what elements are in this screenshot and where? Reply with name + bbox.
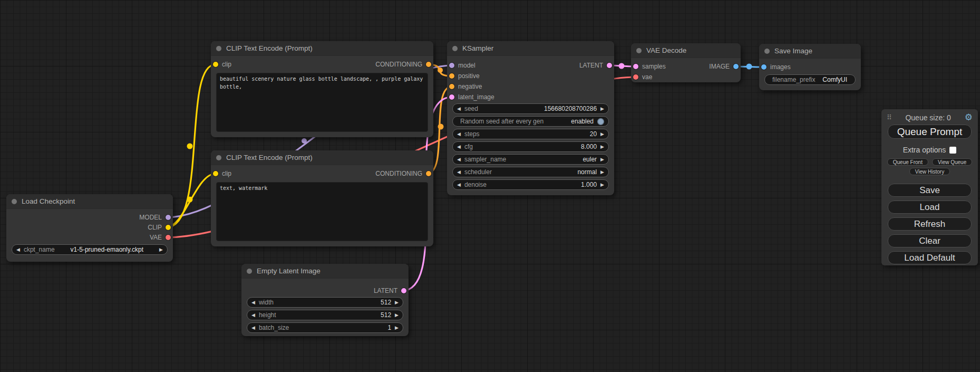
input-dot-samples[interactable] bbox=[633, 64, 638, 69]
widget-value[interactable]: 156680208700286 bbox=[544, 105, 597, 112]
right-arrow-icon[interactable]: ▶ bbox=[395, 326, 399, 330]
left-arrow-icon[interactable]: ◀ bbox=[457, 107, 461, 111]
link-midpoint-dot-clip1[interactable] bbox=[187, 144, 193, 149]
left-arrow-icon[interactable]: ◀ bbox=[457, 132, 461, 137]
output-dot-vae[interactable] bbox=[166, 235, 171, 240]
clear-button[interactable]: Clear bbox=[888, 234, 972, 247]
input-dot-positive[interactable] bbox=[449, 73, 454, 79]
output-dot-latent[interactable] bbox=[607, 63, 612, 68]
widget-denoise[interactable]: ◀ denoise 1.000 ▶ bbox=[452, 179, 609, 190]
widget-sampler-name[interactable]: ◀ sampler_name euler ▶ bbox=[452, 154, 609, 165]
left-arrow-icon[interactable]: ◀ bbox=[457, 170, 461, 175]
input-dot-model[interactable] bbox=[449, 63, 454, 68]
link-midpoint-dot-latent[interactable] bbox=[619, 63, 625, 69]
widget-value[interactable]: 512 bbox=[381, 299, 391, 306]
view-queue-button[interactable]: View Queue bbox=[932, 158, 972, 166]
load-default-button[interactable]: Load Default bbox=[888, 251, 972, 264]
left-arrow-icon[interactable]: ◀ bbox=[251, 300, 255, 305]
prompt-textarea-negative[interactable]: text, watermark bbox=[216, 182, 428, 241]
output-slot-vae: VAE bbox=[150, 234, 171, 241]
output-dot-conditioning[interactable] bbox=[426, 171, 431, 176]
load-button[interactable]: Load bbox=[888, 201, 972, 214]
widget-value[interactable]: 512 bbox=[381, 311, 391, 319]
queue-prompt-button[interactable]: Queue Prompt bbox=[888, 125, 972, 139]
toggle-knob-icon[interactable] bbox=[597, 118, 604, 125]
collapse-dot-icon[interactable] bbox=[764, 49, 770, 54]
collapse-dot-icon[interactable] bbox=[247, 269, 252, 274]
widget-value[interactable]: v1-5-pruned-emaonly.ckpt bbox=[59, 246, 156, 253]
queue-front-button[interactable]: Queue Front bbox=[887, 158, 928, 166]
link-midpoint-dot-image[interactable] bbox=[746, 64, 752, 70]
node-title-bar[interactable]: Empty Latent Image bbox=[241, 264, 409, 279]
right-arrow-icon[interactable]: ▶ bbox=[600, 107, 604, 111]
node-title-bar[interactable]: VAE Decode bbox=[631, 43, 741, 58]
collapse-dot-icon[interactable] bbox=[216, 46, 221, 51]
widget-value[interactable]: 20 bbox=[590, 130, 597, 138]
output-dot-model[interactable] bbox=[166, 215, 171, 220]
node-title-bar[interactable]: Save Image bbox=[759, 44, 861, 59]
right-arrow-icon[interactable]: ▶ bbox=[395, 313, 399, 318]
left-arrow-icon[interactable]: ◀ bbox=[457, 157, 461, 162]
widget-width[interactable]: ◀ width 512 ▶ bbox=[247, 297, 403, 308]
output-dot-conditioning[interactable] bbox=[426, 62, 431, 67]
link-midpoint-dot-cond2[interactable] bbox=[438, 124, 444, 130]
output-dot-latent[interactable] bbox=[401, 288, 406, 293]
right-arrow-icon[interactable]: ▶ bbox=[600, 157, 604, 162]
collapse-dot-icon[interactable] bbox=[636, 48, 642, 53]
node-title-bar[interactable]: Load Checkpoint bbox=[6, 194, 173, 209]
widget-seed[interactable]: ◀ seed 156680208700286 ▶ bbox=[452, 103, 609, 114]
collapse-dot-icon[interactable] bbox=[452, 46, 458, 51]
right-arrow-icon[interactable]: ▶ bbox=[600, 132, 604, 137]
right-arrow-icon[interactable]: ▶ bbox=[395, 300, 399, 305]
right-arrow-icon[interactable]: ▶ bbox=[600, 145, 604, 149]
input-dot-latent-image[interactable] bbox=[449, 94, 454, 100]
refresh-button[interactable]: Refresh bbox=[888, 217, 972, 231]
node-title-bar[interactable]: CLIP Text Encode (Prompt) bbox=[211, 150, 433, 165]
widget-label: steps bbox=[464, 130, 480, 138]
right-arrow-icon[interactable]: ▶ bbox=[600, 170, 604, 175]
input-dot-negative[interactable] bbox=[449, 84, 454, 89]
widget-value[interactable]: 8.000 bbox=[581, 143, 597, 150]
widget-ckpt-name[interactable]: ◀ ckpt_name v1-5-pruned-emaonly.ckpt ▶ bbox=[12, 244, 168, 255]
node-load-checkpoint: Load Checkpoint MODEL CLIP VAE ◀ ckpt_na… bbox=[6, 194, 173, 262]
left-arrow-icon[interactable]: ◀ bbox=[16, 247, 20, 252]
widget-filename-prefix[interactable]: filename_prefix ComfyUI bbox=[764, 74, 856, 85]
widget-batch-size[interactable]: ◀ batch_size 1 ▶ bbox=[247, 322, 403, 333]
extra-options-checkbox[interactable] bbox=[949, 147, 956, 154]
link-midpoint-dot-cond1[interactable] bbox=[438, 68, 443, 73]
widget-random-seed-toggle[interactable]: Random seed after every gen enabled bbox=[452, 116, 609, 127]
node-title-bar[interactable]: CLIP Text Encode (Prompt) bbox=[211, 41, 433, 56]
widget-value[interactable]: 1 bbox=[387, 324, 391, 331]
widget-height[interactable]: ◀ height 512 ▶ bbox=[247, 310, 403, 320]
output-dot-clip[interactable] bbox=[166, 225, 171, 230]
input-dot-images[interactable] bbox=[761, 64, 766, 70]
link-midpoint-dot-clip2[interactable] bbox=[187, 197, 193, 203]
drag-handle-icon[interactable]: ⠿ bbox=[887, 113, 892, 121]
save-button[interactable]: Save bbox=[888, 184, 972, 197]
left-arrow-icon[interactable]: ◀ bbox=[457, 183, 461, 187]
widget-value[interactable]: 1.000 bbox=[581, 181, 597, 188]
collapse-dot-icon[interactable] bbox=[216, 155, 221, 160]
node-title-bar[interactable]: KSampler bbox=[447, 41, 614, 56]
link-midpoint-dot-model[interactable] bbox=[302, 138, 307, 144]
left-arrow-icon[interactable]: ◀ bbox=[251, 326, 255, 330]
left-arrow-icon[interactable]: ◀ bbox=[457, 145, 461, 149]
input-dot-clip[interactable] bbox=[213, 62, 218, 67]
input-dot-vae[interactable] bbox=[633, 74, 638, 80]
prompt-textarea-positive[interactable]: beautiful scenery nature glass bottle la… bbox=[216, 73, 428, 132]
right-arrow-icon[interactable]: ▶ bbox=[600, 183, 604, 187]
widget-value[interactable]: euler bbox=[583, 156, 597, 163]
right-arrow-icon[interactable]: ▶ bbox=[159, 247, 163, 252]
widget-scheduler[interactable]: ◀ scheduler normal ▶ bbox=[452, 167, 609, 177]
output-dot-image[interactable] bbox=[733, 64, 739, 69]
view-history-button[interactable]: View History bbox=[909, 168, 950, 175]
gear-icon[interactable]: ⚙ bbox=[965, 113, 973, 122]
widget-value[interactable]: enabled bbox=[571, 118, 594, 125]
widget-value[interactable]: normal bbox=[577, 168, 597, 176]
widget-steps[interactable]: ◀ steps 20 ▶ bbox=[452, 129, 609, 139]
input-dot-clip[interactable] bbox=[213, 171, 218, 176]
left-arrow-icon[interactable]: ◀ bbox=[251, 313, 255, 318]
widget-value[interactable]: ComfyUI bbox=[819, 76, 851, 83]
collapse-dot-icon[interactable] bbox=[12, 199, 17, 204]
widget-cfg[interactable]: ◀ cfg 8.000 ▶ bbox=[452, 141, 609, 152]
